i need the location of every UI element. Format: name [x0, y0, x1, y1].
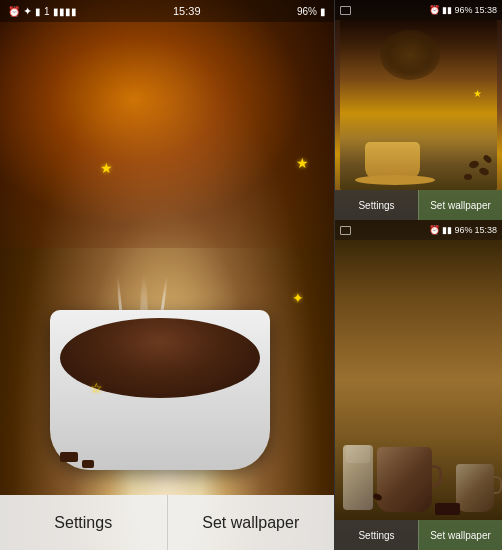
- battery-percent: 96%: [297, 6, 317, 17]
- right-top-icons-right: ⏰ ▮▮ 96% 15:38: [429, 5, 497, 15]
- settings-button[interactable]: Settings: [0, 495, 167, 550]
- coffee-bean-2: [468, 160, 479, 169]
- rb-wifi: ▮▮: [442, 225, 452, 235]
- right-top-status-bar: ⏰ ▮▮ 96% 15:38: [335, 0, 502, 20]
- right-bottom-buttons: Settings Set wallpaper: [335, 520, 502, 550]
- set-wallpaper-button[interactable]: Set wallpaper: [167, 495, 335, 550]
- chocolate-piece: [60, 452, 78, 462]
- right-panel: ★ ⏰ ▮▮ 96% 15:38 Settings Set wallpaper: [334, 0, 502, 550]
- signal-bars: ▮▮▮▮: [53, 6, 77, 17]
- right-bottom-settings-button[interactable]: Settings: [335, 520, 418, 550]
- sparkle-star-4: ✦: [292, 290, 304, 306]
- large-mug: [377, 447, 432, 512]
- small-mug: [456, 464, 494, 512]
- rb-alarm: ⏰: [429, 225, 440, 235]
- right-bottom-icons-right: ⏰ ▮▮ 96% 15:38: [429, 225, 497, 235]
- right-top-saucer: [355, 175, 435, 185]
- sparkle-star-2: ★: [296, 155, 309, 171]
- coffee-cup-area: [20, 190, 314, 470]
- coffee-bean-3: [464, 174, 472, 180]
- large-mug-handle: [432, 465, 442, 487]
- battery-icon: ▮: [320, 6, 326, 17]
- network-indicator: 1: [44, 6, 50, 17]
- right-bottom-bg: [335, 240, 502, 520]
- bottom-action-buttons: Settings Set wallpaper: [0, 495, 334, 550]
- coffee-grinder: [343, 445, 373, 510]
- bluetooth-icon: ✦: [23, 5, 32, 18]
- rt-alarm: ⏰: [429, 5, 440, 15]
- rt-time: 15:38: [474, 5, 497, 15]
- right-top-wallpaper: ★ ⏰ ▮▮ 96% 15:38 Settings Set wallpaper: [335, 0, 502, 220]
- image-icon-top: [340, 6, 351, 15]
- right-status-icons: 96% ▮: [297, 6, 326, 17]
- right-top-settings-button[interactable]: Settings: [335, 190, 418, 220]
- right-top-status-icons: [340, 6, 351, 15]
- status-bar-left: ⏰ ✦ ▮ 1 ▮▮▮▮ 15:39 96% ▮: [0, 0, 334, 22]
- rb-battery: 96%: [454, 225, 472, 235]
- coffee-bean-1: [478, 167, 490, 177]
- rt-wifi: ▮▮: [442, 5, 452, 15]
- right-bottom-status-bar: ⏰ ▮▮ 96% 15:38: [335, 220, 502, 240]
- image-icon-bottom: [340, 226, 351, 235]
- right-top-wallpaper-button[interactable]: Set wallpaper: [418, 190, 502, 220]
- right-top-time: ⏰ ▮▮ 96% 15:38: [429, 5, 497, 15]
- right-bottom-wallpaper-button[interactable]: Set wallpaper: [418, 520, 502, 550]
- small-mug-handle: [494, 476, 502, 494]
- right-top-buttons: Settings Set wallpaper: [335, 190, 502, 220]
- chocolate-piece-2: [82, 460, 94, 468]
- sparkle-star-1: ★: [100, 160, 113, 176]
- right-bottom-wallpaper: ⏰ ▮▮ 96% 15:38 Settings Set wallpaper: [335, 220, 502, 550]
- time-left: 15:39: [173, 5, 201, 17]
- coffee-cup: [50, 310, 270, 470]
- status-icons-left: ⏰ ✦ ▮ 1 ▮▮▮▮: [8, 5, 77, 18]
- rb-time: 15:38: [474, 225, 497, 235]
- left-wallpaper-panel: ★ ★ ☆ ✦ ⏰ ✦ ▮ 1 ▮▮▮▮ 15:39 96% ▮ Setting…: [0, 0, 334, 550]
- sparkle-star-3: ☆: [90, 380, 103, 396]
- smoke-cloud: [380, 30, 440, 80]
- rt-battery: 96%: [454, 5, 472, 15]
- coffee-bean-4: [482, 154, 493, 164]
- alarm-icon: ⏰: [8, 6, 20, 17]
- right-top-bg: ★: [340, 20, 497, 190]
- signal-icon: ▮: [35, 6, 41, 17]
- coffee-background: ★ ★ ☆ ✦: [0, 0, 334, 550]
- right-bottom-status-icons: [340, 226, 351, 235]
- grinder-top: [346, 445, 370, 463]
- chocolate-bar: [435, 503, 460, 515]
- right-star: ★: [473, 88, 482, 99]
